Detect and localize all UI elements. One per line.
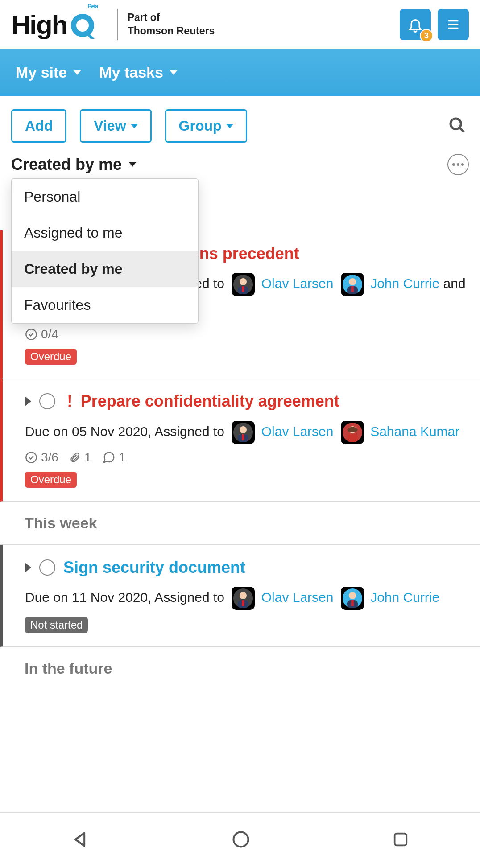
status-badge: Overdue [25,349,77,365]
device-home-button[interactable] [231,830,251,851]
menu-button[interactable] [438,9,469,40]
search-button[interactable] [446,114,469,139]
assigned-label: , Assigned to [148,424,224,439]
assignee-link[interactable]: John Currie [370,276,439,291]
task-row: ! Prepare confidentiality agreement Due … [0,378,480,502]
section-header-thisweek: This week [0,502,480,545]
group-label: Group [179,118,222,134]
svg-point-23 [240,592,247,599]
due-date: 05 Nov 2020 [72,424,148,439]
assignee-link[interactable]: Olav Larsen [261,276,334,291]
tagline-line2: Thomson Reuters [128,25,215,38]
check-circle-icon [25,451,37,464]
subtasks-indicator[interactable]: 0/4 [25,327,58,341]
expand-toggle[interactable] [25,563,31,572]
subtasks-indicator[interactable]: 3/6 [25,450,58,465]
view-label: View [94,118,126,134]
notification-count-badge: 3 [420,29,433,42]
svg-rect-17 [242,434,244,440]
due-prefix: Due on [25,590,72,605]
comments-count: 1 [119,450,126,465]
filter-row: Created by me Personal Assigned to me Cr… [0,152,480,188]
status-badge: Not started [25,617,88,633]
avatar[interactable] [341,421,364,444]
avatar[interactable] [232,421,255,444]
filter-option-favourites[interactable]: Favourites [12,287,198,323]
task-title-link[interactable]: Prepare confidentiality agreement [81,392,339,411]
svg-rect-25 [242,600,244,606]
avatar[interactable] [341,273,364,296]
attachments-indicator[interactable]: 1 [69,450,91,465]
filter-dropdown[interactable]: Created by me [11,155,136,174]
device-nav-bar [0,812,480,868]
avatar[interactable] [232,587,255,610]
task-meta: Due on 11 Nov 2020, Assigned to Olav Lar… [25,585,467,610]
comment-icon [102,451,116,464]
brand-high: High [11,9,67,40]
task-row: Sign security document Due on 11 Nov 202… [0,545,480,647]
svg-rect-8 [242,286,244,292]
breadcrumb-bar: My site My tasks [0,49,480,96]
filter-option-created[interactable]: Created by me [12,251,198,287]
task-meta: Due on 05 Nov 2020, Assigned to Olav Lar… [25,419,467,444]
filter-current-label: Created by me [11,155,122,174]
svg-point-13 [26,329,36,339]
caret-down-icon [73,70,81,75]
search-icon [448,116,466,134]
avatar[interactable] [341,587,364,610]
module-label: My tasks [99,64,163,81]
site-dropdown[interactable]: My site [16,64,81,81]
complete-checkbox[interactable] [39,393,55,409]
task-title-link[interactable]: Sign security document [63,558,245,577]
caret-down-icon [131,124,138,128]
priority-icon: ! [67,392,73,411]
hamburger-icon [446,17,461,32]
filter-option-assigned[interactable]: Assigned to me [12,215,198,251]
filter-option-personal[interactable]: Personal [12,179,198,215]
check-circle-icon [25,328,37,341]
assignee-link[interactable]: John Currie [370,590,439,605]
caret-down-icon [170,70,178,75]
svg-line-4 [459,128,464,132]
device-recents-button[interactable] [392,831,410,850]
assignee-link[interactable]: Sahana Kumar [370,424,459,439]
brand-logo[interactable]: High Beta [11,9,108,40]
module-dropdown[interactable]: My tasks [99,64,178,81]
comments-indicator[interactable]: 1 [102,450,126,465]
avatar[interactable] [232,273,255,296]
caret-down-icon [129,162,136,167]
notifications-button[interactable]: 3 [400,9,431,40]
due-date: 11 Nov 2020 [72,590,148,605]
status-badge: Overdue [25,472,77,488]
device-back-button[interactable] [70,830,90,851]
square-recents-icon [392,831,410,848]
expand-toggle[interactable] [25,396,31,406]
svg-point-27 [349,592,356,599]
beta-badge: Beta [87,3,97,10]
assignee-link[interactable]: Olav Larsen [261,590,334,605]
svg-point-3 [451,119,461,129]
task-indicators: 0/4 [25,327,467,341]
attachments-count: 1 [84,450,91,465]
view-dropdown-button[interactable]: View [80,109,151,143]
more-prefix: and [439,276,465,291]
more-options-button[interactable] [447,154,469,175]
caret-down-icon [226,124,233,128]
add-button[interactable]: Add [11,109,66,143]
app-header: High Beta Part of Thomson Reuters 3 [0,0,480,49]
subtasks-count: 3/6 [41,450,58,465]
subtasks-count: 0/4 [41,327,58,341]
assignee-link[interactable]: Olav Larsen [261,424,334,439]
svg-point-15 [240,426,247,433]
action-bar: Add View Group [0,96,480,152]
group-dropdown-button[interactable]: Group [165,109,247,143]
complete-checkbox[interactable] [39,559,55,576]
dots-icon [452,163,464,166]
bell-icon [407,16,423,33]
due-prefix: Due on [25,424,72,439]
svg-rect-12 [351,286,354,292]
brand-q-icon: Beta [67,9,107,40]
svg-point-30 [234,832,248,847]
triangle-back-icon [70,830,90,849]
header-divider [117,9,118,40]
